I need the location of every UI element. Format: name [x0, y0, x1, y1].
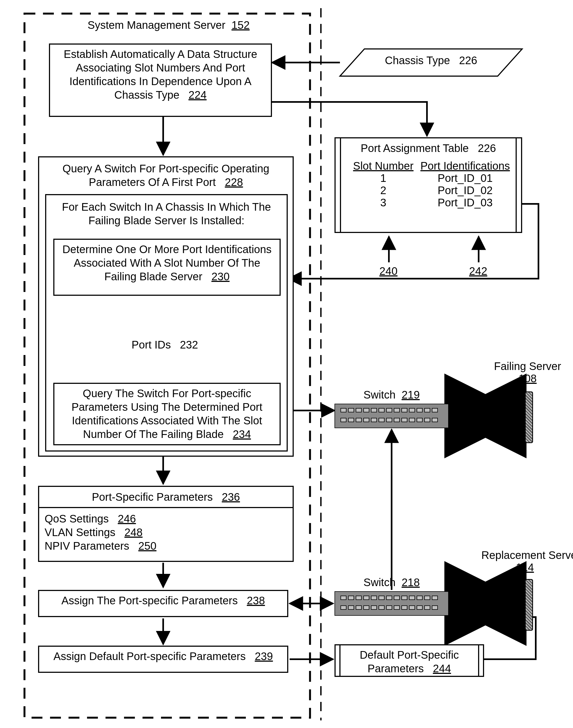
port-table-title: Port Assignment Table: [361, 142, 469, 154]
replacement-server-ref: 114: [516, 561, 534, 573]
box224-ref: 224: [189, 89, 207, 101]
param-qos-ref: 246: [118, 513, 136, 525]
box228-ref: 228: [225, 176, 243, 188]
failing-server-label: Failing Server 108: [487, 360, 568, 385]
param-vlan-ref: 248: [124, 526, 143, 538]
switch219-text: Switch: [364, 389, 396, 401]
box-assign-default-port-specific: Assign Default Port-specific Parameters …: [38, 646, 288, 673]
port-assignment-table: Port Assignment Table 226 Slot Number Po…: [334, 137, 522, 233]
box-assign-port-specific: Assign The Port-specific Parameters 238: [38, 590, 288, 617]
switch219-device: [334, 404, 449, 428]
param-qos: QoS Settings: [45, 513, 109, 525]
box-port-specific-parameters: Port-Specific Parameters 236 QoS Setting…: [38, 486, 294, 562]
box238-ref: 238: [247, 595, 265, 607]
switch218-text: Switch: [364, 576, 396, 588]
slot-row-1: 2: [347, 184, 420, 197]
slot-row-0: 1: [347, 172, 420, 184]
param-npiv-ref: 250: [139, 540, 157, 552]
switch218-ref: 218: [402, 576, 420, 588]
box-query-switch-determined-ids: Query The Switch For Port-specific Param…: [53, 383, 281, 445]
box-determine-port-ids: Determine One Or More Port Identificatio…: [53, 239, 281, 296]
sms-title-text: System Management Server: [88, 19, 225, 31]
port-row-0: Port_ID_01: [420, 172, 510, 184]
port-ids-ref: 232: [180, 339, 198, 351]
chassis-type-text: Chassis Type: [385, 54, 450, 66]
box234-ref: 234: [233, 428, 251, 440]
switch219-ref: 219: [402, 389, 420, 401]
param-npiv: NPIV Parameters: [45, 540, 129, 552]
box230-ref: 230: [211, 271, 229, 282]
box224-text: Establish Automatically A Data Structure…: [64, 48, 257, 101]
port-row-2: Port_ID_03: [420, 197, 510, 209]
box239-text: Assign Default Port-specific Parameters: [53, 650, 246, 662]
sms-title-ref: 152: [231, 19, 250, 31]
chassis-type-label: Chassis Type 226: [370, 54, 492, 67]
sms-title: System Management Server 152: [68, 19, 269, 31]
col-slot-number: Slot Number: [347, 160, 420, 172]
box239-ref: 239: [255, 650, 273, 662]
replacement-server-label: Replacement Server 114: [481, 549, 568, 574]
box-default-port-specific-params: Default Port-Specific Parameters 244: [334, 644, 484, 677]
box236-ref: 236: [222, 491, 240, 503]
box236-title: Port-Specific Parameters: [92, 491, 213, 503]
replacement-server-icon: [525, 579, 533, 631]
box230-text: Determine One Or More Port Identificatio…: [62, 243, 271, 282]
failing-server-icon: [525, 391, 533, 443]
ref-240: 240: [379, 265, 398, 277]
box-query-switch-first-port: Query A Switch For Port-specific Operati…: [38, 156, 294, 457]
port-row-1: Port_ID_02: [420, 184, 510, 197]
failing-server-ref: 108: [519, 373, 537, 384]
box-establish-data-structure: Establish Automatically A Data Structure…: [49, 44, 272, 117]
box-for-each-switch: For Each Switch In A Chassis In Which Th…: [45, 194, 288, 452]
port-table-ref: 226: [478, 142, 496, 154]
each-switch-text: For Each Switch In A Chassis In Which Th…: [62, 201, 271, 226]
replacement-server-text: Replacement Server: [481, 549, 573, 561]
ref-242: 242: [469, 265, 487, 277]
box244-ref: 244: [433, 663, 451, 674]
switch218-label: Switch 218: [351, 576, 432, 589]
port-ids-text: Port IDs: [132, 339, 171, 351]
slot-row-2: 3: [347, 197, 420, 209]
failing-server-text: Failing Server: [494, 360, 561, 372]
col-port-id: Port Identifications: [420, 160, 510, 172]
switch218-device: [334, 591, 449, 616]
box238-text: Assign The Port-specific Parameters: [61, 595, 238, 607]
chassis-type-ref: 226: [459, 54, 477, 66]
port-ids-label: Port IDs 232: [124, 339, 206, 351]
switch219-label: Switch 219: [351, 389, 432, 401]
param-vlan: VLAN Settings: [45, 526, 115, 538]
